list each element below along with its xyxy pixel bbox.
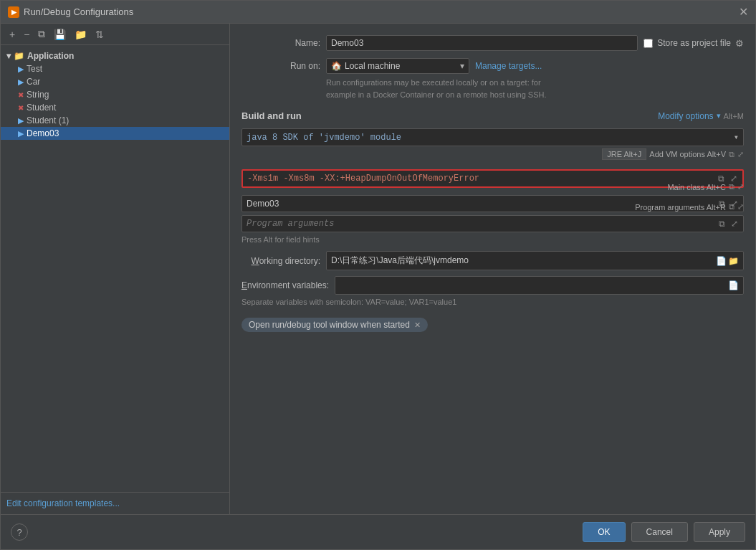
title-bar: ▶ Run/Debug Configurations ✕ (1, 1, 755, 24)
err-icon-student: ✖ (18, 104, 24, 112)
remove-config-button[interactable]: − (21, 27, 32, 42)
jre-shortcut: JRE Alt+J (602, 148, 646, 160)
folder-config-button[interactable]: 📁 (72, 27, 90, 42)
run-on-home-icon: 🏠 (331, 61, 342, 71)
sdk-section: java 8 SDK of 'jvmdemo' module ▾ JRE Alt… (241, 128, 744, 151)
tree-item-label: String (27, 90, 49, 100)
group-header-application[interactable]: ▾ 📁 Application (1, 49, 229, 62)
run-on-select[interactable]: 🏠 Local machine ▾ (326, 58, 469, 74)
edit-templates-link[interactable]: Edit configuration templates... (6, 498, 120, 508)
group-expand-icon: ▾ (6, 51, 11, 61)
sdk-arrow-icon: ▾ (734, 132, 739, 143)
store-label: Store as project file (657, 38, 731, 48)
env-vars-row: Environment variables: 📄 (241, 276, 744, 295)
app-icon-test: ▶ (18, 65, 24, 74)
tree-item-student1[interactable]: ▶ Student (1) (1, 114, 229, 127)
working-dir-browse-icon[interactable]: 📁 (728, 256, 739, 266)
tree-item-string[interactable]: ✖ String (1, 88, 229, 101)
working-dir-folder-icon[interactable]: 📄 (716, 256, 727, 266)
main-content: + − ⧉ 💾 📁 ⇅ ▾ 📁 Application ▶ Test (1, 24, 755, 514)
left-panel: + − ⧉ 💾 📁 ⇅ ▾ 📁 Application ▶ Test (1, 24, 230, 514)
env-vars-label: Environment variables: (241, 280, 329, 290)
apply-button[interactable]: Apply (694, 522, 745, 542)
open-window-tag: Open run/debug tool window when started … (241, 318, 428, 332)
name-row: Name: Store as project file ⚙ (241, 35, 744, 51)
working-dir-value: D:\日常练习\Java后端代码\jvmdemo (331, 255, 469, 267)
run-debug-dialog: ▶ Run/Debug Configurations ✕ + − ⧉ 💾 📁 ⇅… (0, 0, 756, 550)
tree-item-label: Test (27, 64, 42, 74)
cancel-button[interactable]: Cancel (631, 522, 688, 542)
group-label: Application (27, 51, 74, 61)
prog-args-expand-btn[interactable]: ⤢ (729, 218, 740, 229)
tree-item-label: Student (1) (27, 115, 69, 125)
prog-args-hint-label: Program arguments Alt+R (635, 203, 726, 212)
vm-options-label: Add VM options Alt+V (649, 150, 726, 158)
sort-config-button[interactable]: ⇅ (92, 27, 107, 42)
tag-row: Open run/debug tool window when started … (241, 318, 744, 332)
main-class-expand-icon[interactable]: ⤢ (737, 182, 744, 191)
tag-label: Open run/debug tool window when started (249, 320, 410, 330)
bottom-bar: ? OK Cancel Apply (1, 514, 755, 549)
working-dir-row: Working directory: D:\日常练习\Java后端代码\jvmd… (241, 251, 744, 270)
run-on-label: Run on: (241, 61, 320, 71)
sdk-field[interactable]: java 8 SDK of 'jvmdemo' module ▾ (241, 128, 744, 146)
tree-item-label: Student (27, 103, 56, 113)
name-input[interactable] (326, 35, 638, 51)
tree-item-test[interactable]: ▶ Test (1, 62, 229, 75)
dialog-title: Run/Debug Configurations (24, 6, 133, 17)
modify-options-link[interactable]: Modify options (658, 111, 713, 121)
app-icon-demo03: ▶ (18, 129, 24, 138)
tree-item-label-selected: Demo03 (27, 128, 59, 138)
modify-shortcut: Alt+M (724, 112, 744, 120)
sdk-row: java 8 SDK of 'jvmdemo' module ▾ (241, 128, 744, 146)
store-checkbox[interactable] (643, 39, 653, 48)
ok-button[interactable]: OK (583, 522, 625, 542)
prog-args-icons: ⧉ ⤢ (717, 218, 743, 229)
gear-icon[interactable]: ⚙ (735, 38, 744, 49)
run-on-arrow-icon: ▾ (460, 61, 464, 71)
manage-targets-link[interactable]: Manage targets... (475, 61, 542, 71)
env-hint: Separate variables with semicolon: VAR=v… (241, 298, 744, 306)
run-on-value: Local machine (345, 61, 400, 71)
help-button[interactable]: ? (11, 523, 28, 541)
config-tree: ▾ 📁 Application ▶ Test ▶ Car ✖ String (1, 45, 229, 492)
working-dir-label: Working directory: (241, 256, 320, 266)
right-panel: Name: Store as project file ⚙ Run on: 🏠 … (230, 24, 755, 514)
sdk-hints: JRE Alt+J Add VM options Alt+V ⧉ ⤢ (602, 148, 744, 160)
main-class-copy-icon[interactable]: ⧉ (729, 182, 735, 191)
working-dir-field[interactable]: D:\日常练习\Java后端代码\jvmdemo 📄 📁 (326, 251, 744, 270)
tree-toolbar: + − ⧉ 💾 📁 ⇅ (1, 24, 229, 45)
application-group: ▾ 📁 Application ▶ Test ▶ Car ✖ String (1, 48, 229, 141)
alt-hint: Press Alt for field hints (241, 235, 744, 244)
vm-copy-icon[interactable]: ⧉ (729, 150, 735, 159)
prog-args-expand-icon[interactable]: ⤢ (737, 202, 744, 212)
app-icon-car: ▶ (18, 77, 24, 87)
main-class-hint-label: Main class Alt+C (667, 183, 726, 191)
env-vars-field[interactable]: 📄 (335, 276, 744, 295)
save-config-button[interactable]: 💾 (51, 27, 69, 42)
vm-expand-icon[interactable]: ⤢ (737, 150, 744, 159)
copy-config-button[interactable]: ⧉ (35, 27, 48, 42)
prog-args-hints: Program arguments Alt+R ⧉ ⤢ (635, 202, 744, 212)
close-icon[interactable]: ✕ (739, 5, 748, 19)
err-icon-string: ✖ (18, 91, 24, 99)
run-on-row: Run on: 🏠 Local machine ▾ Manage targets… (241, 58, 744, 74)
tag-close-btn[interactable]: ✕ (414, 321, 421, 330)
prog-args-section: Program arguments Alt+R ⧉ ⤢ ⧉ ⤢ (241, 215, 744, 232)
tree-item-label: Car (27, 77, 40, 87)
tree-item-demo03[interactable]: ▶ Demo03 (1, 127, 229, 140)
prog-args-field-row: ⧉ ⤢ (241, 215, 744, 232)
env-vars-copy-icon[interactable]: 📄 (728, 280, 739, 290)
bottom-right-buttons: OK Cancel Apply (583, 522, 745, 542)
modify-chevron-icon: ▾ (717, 111, 721, 120)
main-class-hints: Main class Alt+C ⧉ ⤢ (667, 182, 744, 191)
prog-args-input[interactable] (242, 216, 717, 232)
add-config-button[interactable]: + (6, 27, 18, 42)
prog-args-copy-icon[interactable]: ⧉ (729, 202, 735, 212)
title-bar-left: ▶ Run/Debug Configurations (8, 6, 133, 18)
tree-item-car[interactable]: ▶ Car (1, 75, 229, 88)
tree-item-student[interactable]: ✖ Student (1, 101, 229, 114)
prog-args-copy-btn[interactable]: ⧉ (717, 218, 727, 229)
edit-templates-area: Edit configuration templates... (1, 492, 229, 514)
vm-options-input[interactable] (243, 171, 716, 186)
